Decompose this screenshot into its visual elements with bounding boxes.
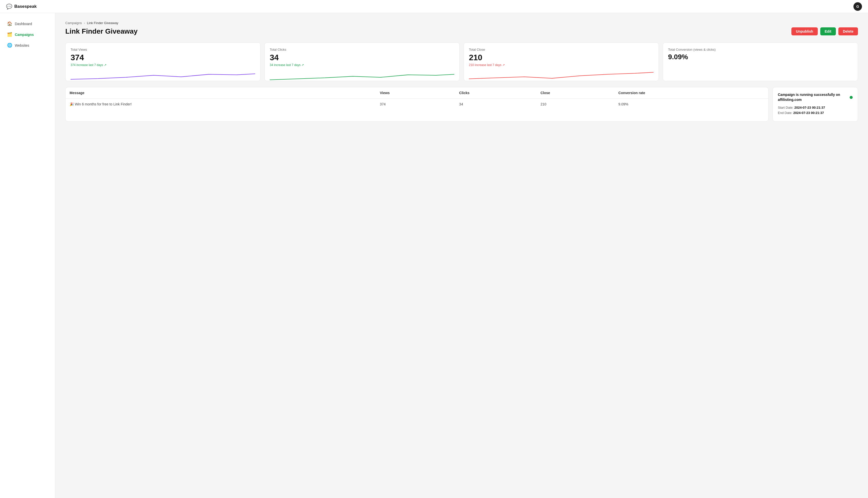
status-active-dot [850,96,853,99]
col-views: Views [376,87,455,99]
trending-up-icon-close: ↗ [502,63,505,67]
edit-button[interactable]: Edit [820,27,836,35]
main-content: Campaigns › Link Finder Giveaway Link Fi… [55,13,868,498]
logo-icon: 💬 [6,3,12,10]
col-conversion: Conversion rate [614,87,768,99]
sidebar-item-websites[interactable]: 🌐 Websites [2,40,53,51]
end-date-row: End Date: 2024-07-23 00:21:37 [778,111,853,115]
row-close: 210 [536,99,614,110]
row-clicks: 34 [455,99,536,110]
sidebar-label-campaigns: Campaigns [15,32,34,37]
breadcrumb: Campaigns › Link Finder Giveaway [65,21,858,25]
sidebar-label-websites: Websites [15,43,29,48]
row-message: 🎉 Win 6 months for free to Link Finder! [66,99,376,110]
bottom-row: Message Views Clicks Close Conversion ra… [65,87,858,121]
stat-value-close: 210 [469,53,653,62]
row-conversion: 9.09% [614,99,768,110]
sidebar-item-dashboard[interactable]: 🏠 Dashboard [2,18,53,29]
trending-up-icon-clicks: ↗ [301,63,304,67]
breadcrumb-parent[interactable]: Campaigns [65,21,82,25]
start-value: 2024-07-23 00:21:37 [794,106,825,109]
sparkline-close [469,70,653,81]
stat-value-clicks: 34 [270,53,454,62]
col-clicks: Clicks [455,87,536,99]
page-title: Link Finder Giveaway [65,27,138,35]
start-label: Start Date: [778,106,793,109]
table-row: 🎉 Win 6 months for free to Link Finder! … [66,99,768,110]
campaign-info-card: Campaign is running successfully on affi… [773,87,858,121]
stats-row: Total Views 374 374 increase last 7 days… [65,42,858,81]
stat-change-close: 210 increase last 7 days ↗ [469,63,653,67]
stat-value-views: 374 [70,53,255,62]
sparkline-clicks [270,70,454,81]
trending-up-icon-views: ↗ [104,63,106,67]
stat-card-conversion: Total Conversion (views & clicks) 9.09% [663,42,858,81]
end-label: End Date: [778,111,792,115]
header-actions: Unpublish Edit Delete [791,27,858,35]
end-value: 2024-07-23 00:21:37 [793,111,824,115]
stat-card-clicks: Total Clicks 34 34 increase last 7 days … [264,42,459,81]
row-views: 374 [376,99,455,110]
campaigns-icon: 🗂️ [7,32,12,37]
stat-value-conversion: 9.09% [668,53,853,61]
layout: 🏠 Dashboard 🗂️ Campaigns 🌐 Websites Camp… [0,13,868,498]
delete-button[interactable]: Delete [838,27,858,35]
messages-table: Message Views Clicks Close Conversion ra… [66,87,768,110]
stat-card-views: Total Views 374 374 increase last 7 days… [65,42,260,81]
websites-icon: 🌐 [7,43,12,48]
app-logo: 💬 Basespeak [6,3,37,10]
stat-card-close: Total Close 210 210 increase last 7 days… [464,42,659,81]
sidebar: 🏠 Dashboard 🗂️ Campaigns 🌐 Websites [0,13,55,498]
topbar: 💬 Basespeak G [0,0,868,13]
col-close: Close [536,87,614,99]
stat-label-views: Total Views [70,48,255,51]
campaign-status-title: Campaign is running successfully on affi… [778,92,850,102]
info-card-header: Campaign is running successfully on affi… [778,92,853,102]
sidebar-label-dashboard: Dashboard [15,22,32,26]
stat-label-close: Total Close [469,48,653,51]
stat-change-views: 374 increase last 7 days ↗ [70,63,255,67]
stat-label-clicks: Total Clicks [270,48,454,51]
avatar[interactable]: G [853,2,862,11]
table-card: Message Views Clicks Close Conversion ra… [65,87,768,121]
sidebar-item-campaigns[interactable]: 🗂️ Campaigns [2,29,53,40]
start-date-row: Start Date: 2024-07-23 00:21:37 [778,106,853,109]
unpublish-button[interactable]: Unpublish [791,27,817,35]
stat-label-conversion: Total Conversion (views & clicks) [668,48,853,51]
page-header: Link Finder Giveaway Unpublish Edit Dele… [65,27,858,35]
app-name: Basespeak [14,4,37,9]
breadcrumb-separator: › [84,21,85,25]
stat-change-clicks: 34 increase last 7 days ↗ [270,63,454,67]
breadcrumb-current: Link Finder Giveaway [87,21,118,25]
sparkline-views [70,70,255,81]
home-icon: 🏠 [7,21,12,26]
col-message: Message [66,87,376,99]
